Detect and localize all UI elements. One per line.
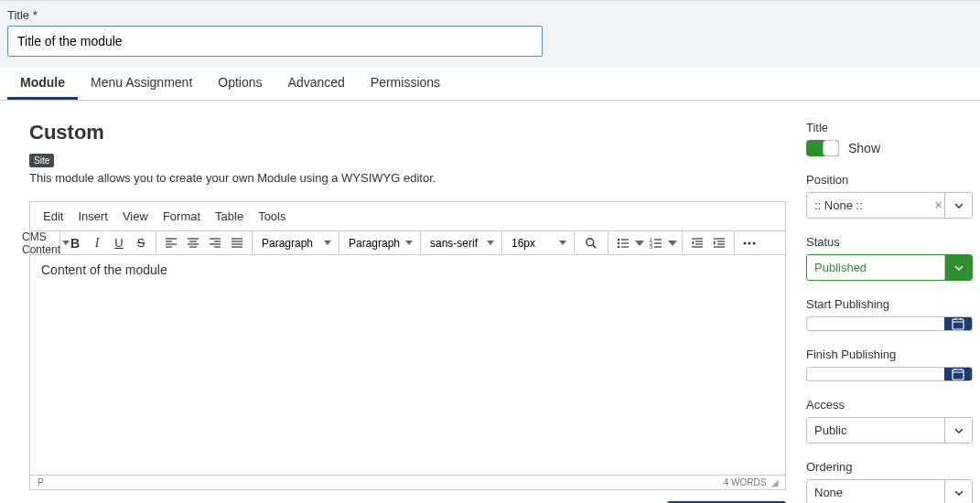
position-select[interactable]: :: None :: ✕ (806, 192, 973, 219)
calendar-icon (952, 317, 964, 330)
tab-permissions[interactable]: Permissions (358, 68, 453, 100)
align-center-button[interactable] (182, 233, 204, 253)
wysiwyg-editor: Edit Insert View Format Table Tools CMS … (29, 201, 786, 490)
align-right-icon (209, 237, 221, 250)
position-label: Position (806, 173, 973, 187)
ellipsis-icon (743, 237, 756, 250)
indent-button[interactable] (708, 233, 730, 253)
italic-button[interactable]: I (86, 233, 108, 253)
numbered-list-caret[interactable] (667, 241, 678, 246)
access-label: Access (806, 398, 973, 412)
block-select[interactable]: Paragraph (343, 235, 416, 252)
menu-tools[interactable]: Tools (251, 206, 293, 227)
tab-options[interactable]: Options (205, 68, 275, 100)
bullet-list-button[interactable] (612, 233, 634, 253)
svg-point-47 (748, 241, 751, 244)
status-label: Status (806, 235, 973, 249)
outdent-button[interactable] (686, 233, 708, 253)
svg-rect-54 (953, 369, 964, 380)
editor-toolbar: CMS Content B I U S (30, 231, 785, 255)
menu-format[interactable]: Format (156, 206, 208, 227)
position-caret[interactable] (944, 193, 972, 218)
search-icon (585, 237, 598, 250)
menu-edit[interactable]: Edit (36, 206, 70, 227)
title-input[interactable] (7, 26, 543, 57)
title-toggle-value: Show (848, 141, 880, 155)
ordering-value: None (807, 480, 944, 503)
more-button[interactable] (738, 233, 760, 253)
tab-module[interactable]: Module (7, 68, 78, 100)
start-publishing-label: Start Publishing (806, 297, 973, 311)
bullet-list-icon (617, 237, 630, 250)
indent-icon (713, 237, 726, 250)
numbered-list-button[interactable]: 123 (645, 233, 667, 253)
format-select[interactable]: Paragraph (256, 235, 335, 252)
menu-insert[interactable]: Insert (70, 206, 115, 227)
align-justify-icon (231, 237, 243, 250)
svg-rect-50 (953, 319, 964, 329)
module-desc: This module allows you to create your ow… (29, 171, 786, 185)
svg-point-28 (618, 245, 619, 247)
resize-grip[interactable]: ◢ (771, 477, 778, 487)
access-value: Public (807, 418, 944, 443)
strikethrough-button[interactable]: S (130, 233, 152, 253)
ordering-select[interactable]: None (806, 479, 973, 503)
status-caret[interactable] (944, 255, 972, 280)
svg-point-27 (618, 241, 619, 243)
svg-point-26 (618, 238, 619, 240)
ordering-label: Ordering (806, 460, 973, 474)
finish-publishing-value[interactable] (807, 368, 944, 380)
tab-menu-assignment[interactable]: Menu Assignment (78, 68, 205, 100)
align-justify-button[interactable] (226, 233, 248, 253)
align-left-button[interactable] (160, 233, 182, 253)
font-select[interactable]: sans-serif (425, 235, 498, 252)
align-right-button[interactable] (204, 233, 226, 253)
position-value: :: None :: (807, 193, 932, 218)
finish-publishing-input[interactable] (806, 367, 973, 381)
cms-content-button[interactable]: CMS Content (34, 233, 56, 253)
module-heading: Custom (29, 121, 786, 144)
ordering-caret[interactable] (944, 480, 972, 503)
site-badge: Site (29, 154, 54, 167)
status-value: Published (807, 255, 944, 280)
align-center-icon (187, 237, 199, 250)
search-button[interactable] (578, 233, 604, 253)
status-select[interactable]: Published (806, 254, 973, 281)
access-select[interactable]: Public (806, 417, 973, 444)
editor-menubar: Edit Insert View Format Table Tools (30, 202, 785, 231)
numbered-list-icon: 123 (650, 237, 662, 250)
font-size-select[interactable]: 16px (506, 235, 570, 252)
align-left-icon (165, 237, 178, 250)
svg-point-46 (744, 241, 747, 244)
position-clear[interactable]: ✕ (932, 193, 944, 218)
tabbar: Module Menu Assignment Options Advanced … (0, 68, 980, 101)
calendar-icon (952, 368, 964, 380)
finish-publishing-label: Finish Publishing (806, 348, 973, 361)
bold-button[interactable]: B (64, 233, 86, 253)
underline-button[interactable]: U (108, 233, 130, 253)
menu-table[interactable]: Table (208, 206, 251, 227)
svg-text:3: 3 (650, 244, 652, 250)
svg-line-25 (593, 244, 597, 248)
editor-statusbar: P 4 WORDS ◢ (30, 475, 785, 489)
tab-advanced[interactable]: Advanced (275, 68, 358, 100)
title-toggle[interactable] (806, 140, 839, 156)
svg-point-48 (753, 241, 756, 244)
finish-publishing-calendar-button[interactable] (944, 368, 972, 380)
editor-path: P (38, 477, 44, 487)
access-caret[interactable] (944, 418, 972, 443)
svg-point-24 (587, 238, 594, 245)
editor-content-area[interactable]: Content of the module (30, 255, 785, 475)
bullet-list-caret[interactable] (634, 241, 645, 246)
menu-view[interactable]: View (115, 206, 156, 227)
start-publishing-input[interactable] (806, 316, 973, 331)
title-label: Title * (7, 8, 973, 22)
start-publishing-calendar-button[interactable] (944, 317, 972, 330)
outdent-icon (691, 237, 704, 250)
start-publishing-value[interactable] (807, 317, 944, 330)
word-count: 4 WORDS (724, 477, 767, 487)
side-title-label: Title (806, 121, 973, 134)
